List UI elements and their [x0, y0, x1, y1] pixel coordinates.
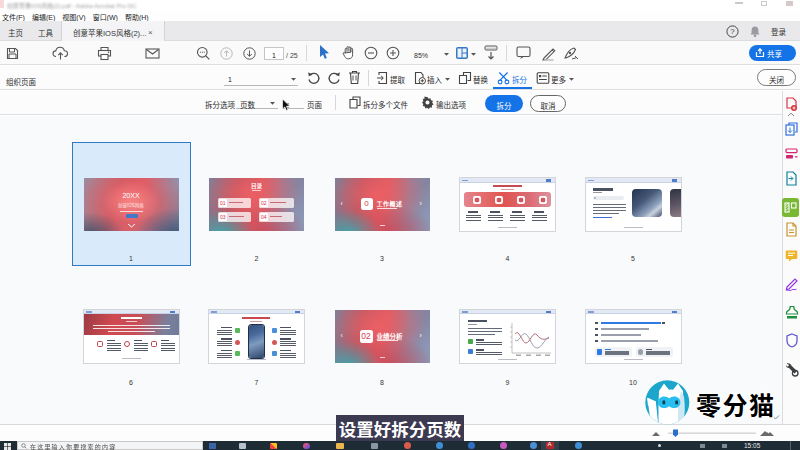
svg-text:?: ? — [730, 27, 735, 36]
